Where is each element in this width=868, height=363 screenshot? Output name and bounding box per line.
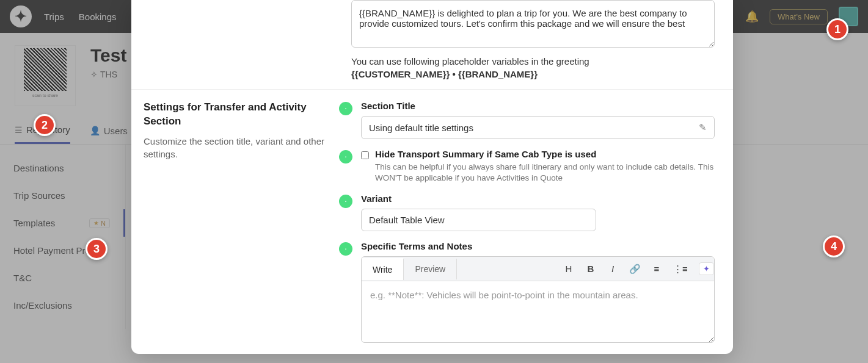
settings-modal: {{BRAND_NAME}} is delighted to plan a tr… [131,0,733,354]
status-dot-icon: • [339,242,352,256]
link-icon[interactable]: 🔗 [629,264,640,275]
ordered-list-icon[interactable]: ≡ [651,264,662,275]
hide-transport-checkbox[interactable] [361,151,369,159]
notes-editor: Write Preview H B I 🔗 ≡ ⋮≡ ✦ [361,256,715,343]
editor-tab-preview[interactable]: Preview [404,259,457,279]
heading-icon[interactable]: H [563,264,574,275]
bold-icon[interactable]: B [585,264,596,275]
status-dot-icon: • [339,195,352,208]
italic-icon[interactable]: I [607,264,618,275]
notes-label: Specific Terms and Notes [361,241,715,251]
section-title-label: Section Title [361,101,715,111]
editor-tab-write[interactable]: Write [362,258,404,280]
variant-label: Variant [361,193,715,204]
unordered-list-icon[interactable]: ⋮≡ [673,264,684,275]
section-title-input[interactable]: Using default title settings ✎ [361,116,715,139]
status-dot-icon: • [339,150,352,164]
ai-sparkle-icon[interactable]: ✦ [699,262,714,275]
settings-heading: Settings for Transfer and Activity Secti… [144,101,324,129]
annotation-marker-2: 2 [34,114,56,136]
status-dot-icon: • [339,102,352,115]
pencil-icon[interactable]: ✎ [699,122,707,133]
variant-select[interactable]: Default Table View [361,209,596,231]
annotation-marker-1: 1 [826,18,848,40]
greeting-textarea[interactable]: {{BRAND_NAME}} is delighted to plan a tr… [351,0,715,48]
greeting-help: You can use following placeholder variab… [351,56,715,66]
notes-textarea[interactable]: e.g. **Note**: Vehicles will be point-to… [362,281,714,342]
annotation-marker-4: 4 [823,235,845,257]
greeting-placeholders: {{CUSTOMER_NAME}} • {{BRAND_NAME}} [351,69,715,79]
annotation-marker-3: 3 [86,238,108,260]
settings-desc: Customize the section title, variant and… [144,135,324,160]
hide-transport-desc: This can be helpful if you always share … [375,162,715,184]
hide-transport-label: Hide Transport Summary if Same Cab Type … [375,149,715,159]
